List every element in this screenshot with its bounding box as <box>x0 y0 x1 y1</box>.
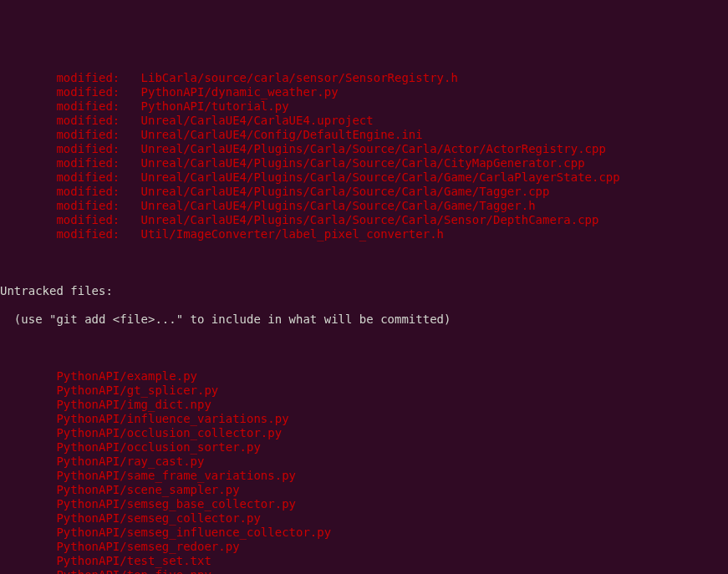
blank-line <box>0 341 728 355</box>
untracked-files-section: PythonAPI/example.py PythonAPI/gt_splice… <box>0 369 728 574</box>
untracked-header: Untracked files: <box>0 284 728 298</box>
untracked-file-line: PythonAPI/example.py <box>0 369 728 384</box>
modified-file-line: modified: Unreal/CarlaUE4/Plugins/Carla/… <box>0 142 728 156</box>
untracked-file-line: PythonAPI/ray_cast.py <box>0 455 728 469</box>
untracked-file-line: PythonAPI/same_frame_variations.py <box>0 469 728 483</box>
modified-file-line: modified: Unreal/CarlaUE4/Plugins/Carla/… <box>0 185 728 199</box>
blank-line <box>0 256 728 270</box>
modified-file-line: modified: PythonAPI/tutorial.py <box>0 99 728 114</box>
modified-file-line: modified: PythonAPI/dynamic_weather.py <box>0 85 728 99</box>
modified-file-line: modified: LibCarla/source/carla/sensor/S… <box>0 71 728 85</box>
modified-file-line: modified: Util/ImageConverter/label_pixe… <box>0 227 728 241</box>
modified-file-line: modified: Unreal/CarlaUE4/Plugins/Carla/… <box>0 199 728 213</box>
untracked-file-line: PythonAPI/test_set.txt <box>0 554 728 568</box>
untracked-file-line: PythonAPI/semseg_redoer.py <box>0 540 728 554</box>
untracked-file-line: PythonAPI/semseg_influence_collector.py <box>0 526 728 540</box>
modified-files-section: modified: LibCarla/source/carla/sensor/S… <box>0 71 728 241</box>
modified-file-line: modified: Unreal/CarlaUE4/Plugins/Carla/… <box>0 156 728 170</box>
untracked-file-line: PythonAPI/top_five.npy <box>0 568 728 574</box>
untracked-file-line: PythonAPI/occlusion_sorter.py <box>0 440 728 455</box>
modified-file-line: modified: Unreal/CarlaUE4/Plugins/Carla/… <box>0 213 728 227</box>
untracked-file-line: PythonAPI/gt_splicer.py <box>0 384 728 398</box>
untracked-file-line: PythonAPI/occlusion_collector.py <box>0 426 728 440</box>
terminal-output: modified: LibCarla/source/carla/sensor/S… <box>0 57 728 574</box>
untracked-file-line: PythonAPI/semseg_base_collector.py <box>0 497 728 511</box>
modified-file-line: modified: Unreal/CarlaUE4/CarlaUE4.uproj… <box>0 114 728 128</box>
untracked-file-line: PythonAPI/influence_variations.py <box>0 412 728 426</box>
modified-file-line: modified: Unreal/CarlaUE4/Plugins/Carla/… <box>0 170 728 185</box>
untracked-file-line: PythonAPI/scene_sampler.py <box>0 483 728 497</box>
untracked-hint: (use "git add <file>..." to include in w… <box>0 312 728 327</box>
untracked-file-line: PythonAPI/img_dict.npy <box>0 398 728 412</box>
untracked-file-line: PythonAPI/semseg_collector.py <box>0 511 728 526</box>
modified-file-line: modified: Unreal/CarlaUE4/Config/Default… <box>0 128 728 142</box>
